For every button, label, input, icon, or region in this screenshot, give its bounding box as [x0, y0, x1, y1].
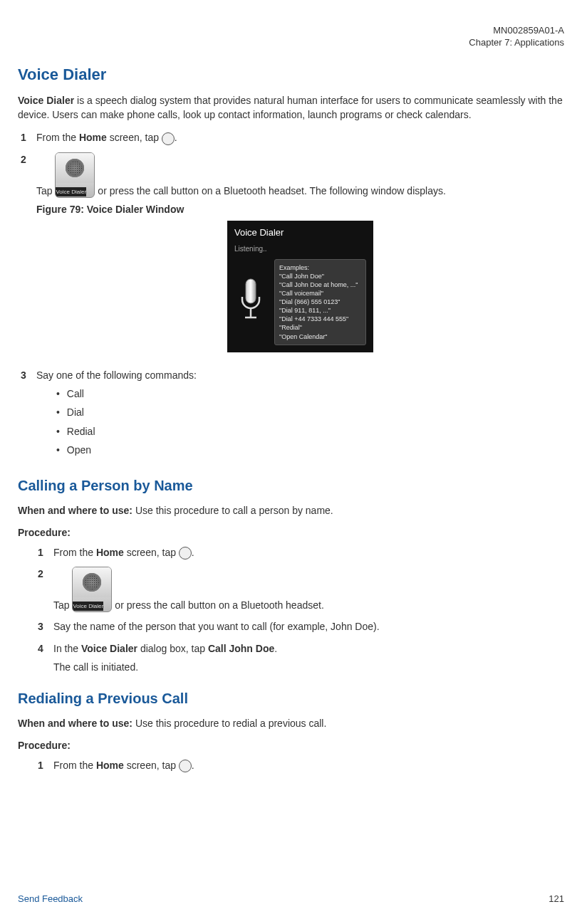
- step-body: From the Home screen, tap .: [36, 130, 564, 145]
- section-title-voice-dialer: Voice Dialer: [18, 63, 564, 86]
- vd-listening: Listening..: [234, 244, 366, 255]
- cmd-call: Call: [56, 387, 564, 401]
- step-body: In the Voice Dialer dialog box, tap Call…: [53, 641, 564, 675]
- voice-dialer-window: Voice Dialer Listening..: [227, 221, 373, 352]
- step-number: 2: [21, 152, 36, 167]
- step-number: 3: [21, 368, 36, 382]
- step-body: Tap Voice Dialer or press the call butto…: [36, 152, 564, 361]
- figure-caption: Figure 79: Voice Dialer Window: [36, 202, 564, 216]
- voice-dialer-app-icon: Voice Dialer: [72, 567, 112, 612]
- procedure-label: Procedure:: [18, 525, 564, 540]
- cmd-dial: Dial: [56, 405, 564, 419]
- step-body: From the Home screen, tap .: [53, 758, 564, 772]
- step-body: Say one of the following commands: Call …: [36, 368, 564, 461]
- steps-voice-dialer: 1 From the Home screen, tap . 2 Tap Voic…: [18, 130, 564, 461]
- step-body: From the Home screen, tap .: [53, 545, 564, 560]
- vd-ex-item: "Call John Doe at home, ...": [279, 280, 361, 289]
- vd-title: Voice Dialer: [234, 226, 366, 240]
- send-feedback-link[interactable]: Send Feedback: [18, 893, 83, 906]
- steps-redial: 1 From the Home screen, tap .: [18, 758, 564, 772]
- step-1: 1 From the Home screen, tap .: [38, 758, 564, 772]
- apps-grid-icon: [179, 760, 192, 772]
- vd-ex-item: "Dial (866) 555 0123": [279, 298, 361, 306]
- step-number: 1: [21, 130, 36, 145]
- svg-rect-0: [246, 279, 256, 303]
- vd-ex-item: "Call voicemail": [279, 289, 361, 298]
- apps-grid-icon: [179, 547, 192, 560]
- cmd-redial: Redial: [56, 424, 564, 439]
- intro-bold: Voice Dialer: [18, 95, 74, 106]
- step-4: 4 In the Voice Dialer dialog box, tap Ca…: [38, 641, 564, 675]
- page-footer: Send Feedback 121: [18, 893, 564, 906]
- step-2: 2 Tap Voice Dialer or press the call but…: [38, 567, 564, 612]
- apps-grid-icon: [162, 132, 175, 145]
- intro-paragraph: Voice Dialer is a speech dialog system t…: [18, 93, 564, 122]
- step-number: 1: [38, 545, 53, 560]
- procedure-label: Procedure:: [18, 738, 564, 752]
- vd-ex-label: Examples:: [279, 263, 361, 272]
- step-number: 2: [38, 567, 53, 581]
- step-1: 1 From the Home screen, tap .: [38, 545, 564, 560]
- vd-ex-item: "Open Calendar": [279, 332, 361, 341]
- vd-ex-item: "Redial": [279, 323, 361, 332]
- chapter-label: Chapter 7: Applications: [18, 37, 564, 49]
- section-title-redial: Redialing a Previous Call: [18, 688, 564, 709]
- vd-ex-item: "Call John Doe": [279, 272, 361, 280]
- step-3: 3 Say the name of the person that you wa…: [38, 619, 564, 634]
- cmd-open: Open: [56, 443, 564, 457]
- vd-examples-box: Examples: "Call John Doe" "Call John Doe…: [274, 259, 366, 345]
- when-use-2: When and where to use: Use this procedur…: [18, 716, 564, 730]
- figure-voice-dialer-window: Voice Dialer Listening..: [36, 221, 564, 352]
- page-header: MN002859A01-A Chapter 7: Applications: [18, 25, 564, 49]
- doc-id: MN002859A01-A: [18, 25, 564, 37]
- section-title-calling-by-name: Calling a Person by Name: [18, 476, 564, 496]
- commands-list: Call Dial Redial Open: [36, 387, 564, 457]
- vd-ex-item: "Dial 911, 811, ...": [279, 306, 361, 315]
- step-1: 1 From the Home screen, tap .: [21, 130, 564, 145]
- vd-ex-item: "Dial +44 7333 444 555": [279, 315, 361, 323]
- step-body: Tap Voice Dialer or press the call butto…: [53, 567, 564, 612]
- step-3: 3 Say one of the following commands: Cal…: [21, 368, 564, 461]
- intro-text: is a speech dialog system that provides …: [18, 95, 563, 120]
- step-result: The call is initiated.: [53, 660, 564, 674]
- page-number: 121: [549, 893, 564, 906]
- microphone-icon: [234, 259, 267, 345]
- step-number: 1: [38, 758, 53, 772]
- when-use-1: When and where to use: Use this procedur…: [18, 503, 564, 518]
- step-2: 2 Tap Voice Dialer or press the call but…: [21, 152, 564, 361]
- step-number: 4: [38, 641, 53, 656]
- step-body: Say the name of the person that you want…: [53, 619, 564, 634]
- steps-call-by-name: 1 From the Home screen, tap . 2 Tap Voic…: [18, 545, 564, 674]
- step-number: 3: [38, 619, 53, 634]
- voice-dialer-app-icon: Voice Dialer: [55, 152, 95, 198]
